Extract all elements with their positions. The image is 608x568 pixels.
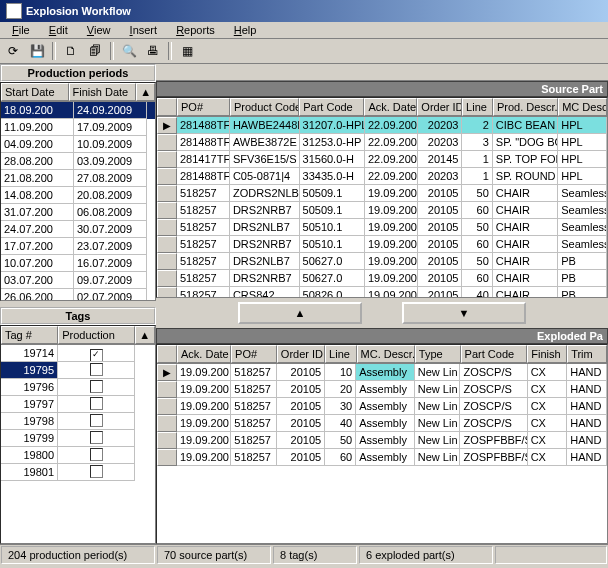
- period-row[interactable]: 10.07.20016.07.2009: [1, 255, 155, 272]
- source-row[interactable]: 281488TFAWBE3872E31253.0-HP22.09.2002020…: [157, 134, 607, 151]
- periods-grid[interactable]: Start Date Finish Date ▲ 18.09.20024.09.…: [0, 82, 156, 301]
- tags-grid[interactable]: Tag # Production ▲ 19714✓197951979619797…: [0, 325, 156, 544]
- checkbox-icon[interactable]: [90, 448, 103, 461]
- exploded-col[interactable]: Trim: [567, 345, 607, 363]
- source-col[interactable]: Product Code: [230, 98, 299, 116]
- checkbox-icon[interactable]: [90, 380, 103, 393]
- period-row[interactable]: 28.08.20003.09.2009: [1, 153, 155, 170]
- col-finish-date[interactable]: Finish Date: [69, 83, 137, 101]
- toolbar-table-icon[interactable]: ▦: [176, 40, 198, 62]
- exploded-col[interactable]: Order ID: [277, 345, 325, 363]
- checkbox-icon[interactable]: ✓: [90, 349, 103, 362]
- menu-reports[interactable]: Reports: [168, 22, 223, 38]
- tag-row[interactable]: 19797: [1, 396, 155, 413]
- exploded-col[interactable]: Line: [325, 345, 356, 363]
- nav-buttons: ▲ ▼: [156, 298, 608, 328]
- toolbar-copy-icon[interactable]: 🗐: [84, 40, 106, 62]
- exploded-col[interactable]: Type: [415, 345, 461, 363]
- period-row[interactable]: 31.07.20006.08.2009: [1, 204, 155, 221]
- toolbar-preview-icon[interactable]: 🔍: [118, 40, 140, 62]
- source-row[interactable]: 518257DRS2NRB750510.119.09.2002010560CHA…: [157, 236, 607, 253]
- checkbox-icon[interactable]: [90, 363, 103, 376]
- exploded-row[interactable]: 19.09.2005182572010550AssemblyNew LinZOS…: [157, 432, 607, 449]
- toolbar-new-icon[interactable]: 🗋: [60, 40, 82, 62]
- col-scroll: ▲: [136, 83, 155, 101]
- tag-row[interactable]: 19795: [1, 362, 155, 379]
- status-tags: 8 tag(s): [273, 546, 357, 564]
- col-tag[interactable]: Tag #: [1, 326, 58, 344]
- checkbox-icon[interactable]: [90, 431, 103, 444]
- toolbar-refresh-icon[interactable]: ⟳: [2, 40, 24, 62]
- source-col[interactable]: Line: [462, 98, 493, 116]
- period-row[interactable]: 17.07.20023.07.2009: [1, 238, 155, 255]
- source-row[interactable]: 518257DRS2NRB750509.119.09.2002010560CHA…: [157, 202, 607, 219]
- checkbox-icon[interactable]: [90, 414, 103, 427]
- exploded-row[interactable]: 19.09.2005182572010540AssemblyNew LinZOS…: [157, 415, 607, 432]
- source-row[interactable]: 518257ZODRS2NLB50509.119.09.2002010550CH…: [157, 185, 607, 202]
- status-source: 70 source part(s): [157, 546, 271, 564]
- source-row[interactable]: 281488TFC05-0871|433435.0-H22.09.2002020…: [157, 168, 607, 185]
- tag-row[interactable]: 19801: [1, 464, 155, 481]
- exploded-row[interactable]: 19.09.2005182572010520AssemblyNew LinZOS…: [157, 381, 607, 398]
- source-col[interactable]: PO#: [177, 98, 230, 116]
- menu-view[interactable]: View: [79, 22, 119, 38]
- nav-up-button[interactable]: ▲: [238, 302, 362, 324]
- source-col[interactable]: MC Descr.: [558, 98, 607, 116]
- period-row[interactable]: 11.09.20017.09.2009: [1, 119, 155, 136]
- source-row[interactable]: 518257DRS2NLB750627.019.09.2002010550CHA…: [157, 253, 607, 270]
- toolbar-print-icon[interactable]: 🖶: [142, 40, 164, 62]
- period-row[interactable]: 03.07.20009.07.2009: [1, 272, 155, 289]
- col-production[interactable]: Production: [58, 326, 135, 344]
- tag-row[interactable]: 19800: [1, 447, 155, 464]
- exploded-grid[interactable]: Ack. DatePO#Order IDLineMC. Descr.TypePa…: [156, 344, 608, 545]
- toolbar: ⟳ 💾 🗋 🗐 🔍 🖶 ▦: [0, 39, 608, 64]
- menu-insert[interactable]: Insert: [122, 22, 166, 38]
- menu-help[interactable]: Help: [226, 22, 265, 38]
- periods-panel-title: Production periods: [0, 64, 156, 82]
- period-row[interactable]: 14.08.20020.08.2009: [1, 187, 155, 204]
- exploded-col[interactable]: PO#: [231, 345, 277, 363]
- source-col[interactable]: Prod. Descr.: [493, 98, 558, 116]
- source-col[interactable]: Order ID: [417, 98, 462, 116]
- source-col[interactable]: Part Code: [299, 98, 364, 116]
- status-periods: 204 production period(s): [1, 546, 155, 564]
- menu-bar: File Edit View Insert Reports Help: [0, 22, 608, 39]
- exploded-row[interactable]: 19.09.2005182572010530AssemblyNew LinZOS…: [157, 398, 607, 415]
- source-grid[interactable]: PO#Product CodePart CodeAck. DateOrder I…: [156, 97, 608, 298]
- nav-down-button[interactable]: ▼: [402, 302, 526, 324]
- tag-row[interactable]: 19798: [1, 413, 155, 430]
- source-row[interactable]: 518257DRS2NLB750510.119.09.2002010550CHA…: [157, 219, 607, 236]
- source-row[interactable]: 518257DRS2NRB750627.019.09.2002010560CHA…: [157, 270, 607, 287]
- period-row[interactable]: 18.09.20024.09.2009: [1, 102, 155, 119]
- tags-panel-title: Tags: [0, 307, 156, 325]
- exploded-col[interactable]: MC. Descr.: [357, 345, 415, 363]
- toolbar-save-icon[interactable]: 💾: [26, 40, 48, 62]
- source-row[interactable]: ▶281488TFHAWBE2448E31207.0-HPL22.09.2002…: [157, 117, 607, 134]
- exploded-col[interactable]: Part Code: [461, 345, 528, 363]
- source-header: Source Part: [156, 81, 608, 97]
- checkbox-icon[interactable]: [90, 465, 103, 478]
- period-row[interactable]: 21.08.20027.08.2009: [1, 170, 155, 187]
- app-icon: [6, 3, 22, 19]
- exploded-col[interactable]: Finish: [527, 345, 567, 363]
- period-row[interactable]: 24.07.20030.07.2009: [1, 221, 155, 238]
- tag-row[interactable]: 19799: [1, 430, 155, 447]
- period-row[interactable]: 26.06.20002.07.2009: [1, 289, 155, 301]
- source-row[interactable]: 281417TFSFV36E15/S31560.0-H22.09.2002014…: [157, 151, 607, 168]
- status-bar: 204 production period(s) 70 source part(…: [0, 544, 608, 565]
- menu-edit[interactable]: Edit: [41, 22, 76, 38]
- source-row[interactable]: 518257CRS84250826.019.09.2002010540CHAIR…: [157, 287, 607, 298]
- period-row[interactable]: 04.09.20010.09.2009: [1, 136, 155, 153]
- title-bar: Explosion Workflow: [0, 0, 608, 22]
- col-start-date[interactable]: Start Date: [1, 83, 69, 101]
- window-title: Explosion Workflow: [26, 5, 131, 17]
- exploded-row[interactable]: ▶19.09.2005182572010510AssemblyNew LinZO…: [157, 364, 607, 381]
- checkbox-icon[interactable]: [90, 397, 103, 410]
- tag-row[interactable]: 19714✓: [1, 345, 155, 362]
- menu-file[interactable]: File: [4, 22, 38, 38]
- exploded-col[interactable]: Ack. Date: [177, 345, 231, 363]
- exploded-header: Exploded Pa: [156, 328, 608, 344]
- source-col[interactable]: Ack. Date: [364, 98, 417, 116]
- exploded-row[interactable]: 19.09.2005182572010560AssemblyNew LinZOS…: [157, 449, 607, 466]
- tag-row[interactable]: 19796: [1, 379, 155, 396]
